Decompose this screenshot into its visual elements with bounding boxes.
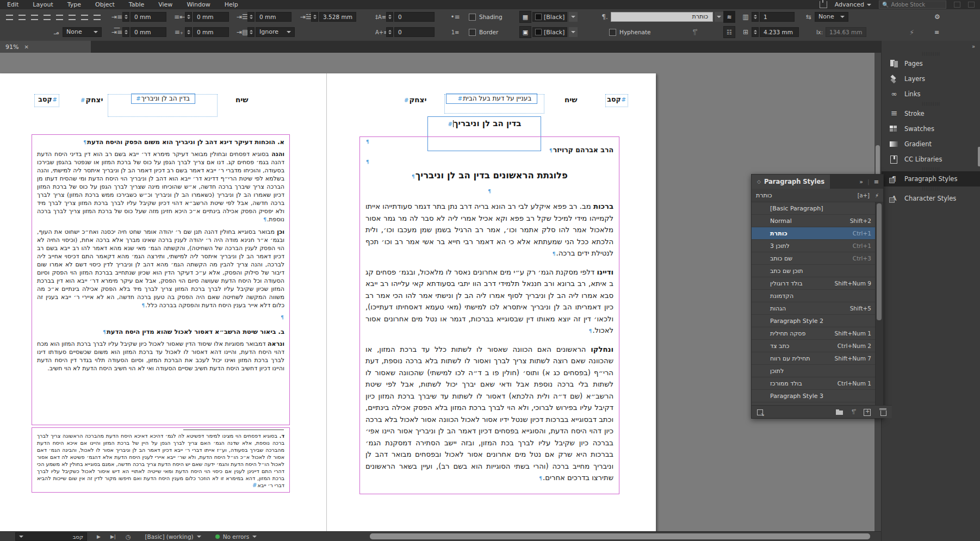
indent-left-stepper[interactable]	[122, 12, 129, 22]
menu-edit[interactable]: Edit	[0, 1, 26, 8]
preflight-status[interactable]: No errors	[215, 533, 257, 540]
first-line-indent-stepper[interactable]	[122, 27, 129, 37]
create-new-style-icon[interactable]	[863, 408, 871, 416]
first-line-indent-field[interactable]: 0 mm	[131, 27, 166, 37]
bullet-list-button[interactable]: •≡	[450, 10, 460, 24]
dock-item-gradient[interactable]: Gradient	[882, 136, 980, 152]
collapse-panels-icon[interactable]: »	[972, 43, 975, 49]
adobe-stock-search[interactable]: 🔍 Adobe Stock	[879, 1, 946, 9]
last-page-arrow-icon[interactable]: ▶|	[110, 534, 116, 539]
style-row[interactable]: Paragraph Style 2	[752, 315, 876, 327]
panel-menu-icon[interactable]: ≡	[934, 29, 939, 36]
indent-right-field[interactable]: 0 mm	[193, 12, 229, 22]
header-box-frame-right[interactable]: בעניין על דעת בעל הבית#	[444, 94, 544, 114]
dock-item-character-styles[interactable]: ACharacter Styles	[882, 191, 980, 206]
space-before-stepper[interactable]	[247, 12, 255, 22]
dock-item-cc-libraries[interactable]: CC Libraries	[882, 152, 980, 167]
space-between-stepper[interactable]	[311, 12, 318, 22]
collapse-panel-icon[interactable]: »	[859, 178, 863, 185]
dropcap-chars-stepper[interactable]	[386, 27, 393, 37]
kashida-dropdown[interactable]: None	[63, 27, 102, 37]
quick-apply-bolt-icon[interactable]: ⚡	[875, 192, 879, 198]
align-center-button[interactable]	[17, 12, 27, 22]
document-tab[interactable]: 91% ✕	[0, 41, 91, 53]
style-row[interactable]: לתוכן	[752, 365, 876, 377]
dock-item-paragraph-styles[interactable]: ¶Paragraph Styles	[882, 171, 980, 186]
gear-icon[interactable]: ⚙	[934, 13, 940, 21]
shading-color-dropdown[interactable]: [Black]	[532, 12, 567, 22]
menu-layout[interactable]: Layout	[26, 1, 60, 8]
dock-scrollbar-thumb[interactable]	[978, 147, 980, 166]
horizontal-scrollbar-thumb[interactable]	[370, 533, 870, 539]
new-style-group-icon[interactable]	[835, 408, 844, 416]
drag-handle[interactable]: ||||||||||	[882, 167, 980, 171]
gutter-stepper[interactable]	[752, 27, 759, 37]
panel-collapse-icon[interactable]: ◇	[757, 179, 761, 184]
next-page-arrow-icon[interactable]: ▶	[97, 534, 101, 539]
justify-last-center-button[interactable]	[54, 12, 65, 22]
shading-swatch-grid-icon[interactable]: ▦	[519, 11, 531, 23]
border-checkbox[interactable]	[469, 29, 476, 36]
gutter-field[interactable]: 4.233 mm	[760, 27, 799, 37]
columns-stepper[interactable]	[752, 12, 759, 22]
document-canvas[interactable]: #קסב יצחק# בדין הב לן וניבריך# שיח יצחק#…	[0, 53, 881, 531]
indent-right-stepper[interactable]	[185, 12, 192, 22]
style-row[interactable]: בולד ממורכזCtrl+Num 1	[752, 377, 876, 390]
panel-tab-paragraph-styles[interactable]: ◇ Paragraph Styles	[752, 175, 830, 189]
style-row[interactable]: [Basic Paragraph]	[752, 202, 876, 215]
border-color-dropdown[interactable]: [Black]	[532, 27, 567, 37]
folio-frame-right[interactable]: #קסב	[605, 94, 628, 107]
share-icon[interactable]	[820, 1, 827, 8]
dropcap-chars-field[interactable]: 0	[394, 27, 435, 37]
close-window-icon[interactable]	[968, 2, 975, 8]
runner-left-1[interactable]: יצחק#	[80, 95, 103, 104]
restore-window-icon[interactable]	[954, 2, 960, 8]
composer-grid-button[interactable]: ≋	[723, 10, 735, 24]
last-line-indent-field[interactable]: 0 mm	[193, 27, 229, 37]
border-color-chevron[interactable]	[569, 27, 578, 37]
space-before-field[interactable]: 0 mm	[256, 12, 291, 22]
runner-right-1[interactable]: יצחק#	[404, 95, 426, 104]
menu-type[interactable]: Type	[60, 1, 88, 8]
dock-item-pages[interactable]: Pages	[882, 56, 980, 71]
styles-list-scrollbar-thumb[interactable]	[877, 203, 882, 320]
style-row[interactable]: תחילית עם רווחShift+Num 7	[752, 352, 876, 365]
dock-item-stroke[interactable]: ≡Stroke	[882, 106, 980, 121]
columns-field[interactable]: 1	[760, 12, 795, 22]
shading-checkbox[interactable]	[469, 14, 476, 21]
header-box-frame-left[interactable]: בדין הב לן וניבריך#	[108, 94, 218, 117]
style-row[interactable]: Paragraph Style 3	[752, 390, 876, 402]
clear-overrides-icon[interactable]: ¶⃰	[852, 408, 855, 415]
style-row[interactable]: NormalShift+2	[752, 215, 876, 227]
indent-left-field[interactable]: 0 mm	[131, 12, 166, 22]
dropcap-lines-stepper[interactable]	[386, 12, 393, 22]
page-number-dropdown[interactable]: קסב	[15, 532, 87, 541]
workspace-switcher[interactable]: Advanced	[835, 1, 871, 8]
hyphenate-checkbox[interactable]	[609, 29, 616, 36]
align-away-spine-button[interactable]	[92, 12, 102, 22]
keep-options-stepper[interactable]	[247, 27, 255, 37]
runner-right-2[interactable]: שיח	[565, 95, 578, 104]
style-row[interactable]: שם כותבCtrl+3	[752, 252, 876, 265]
load-styles-icon[interactable]	[756, 408, 765, 416]
justify-last-right-button[interactable]	[42, 12, 52, 22]
lightning-bolt-icon[interactable]: ⚡	[909, 28, 914, 36]
body-text-frame-right[interactable]: ¶ הרב אברהם קרויזר¶ ¶ פלוגתת הראשונים בד…	[359, 136, 619, 494]
drag-handle[interactable]: ||||||||||	[882, 186, 980, 191]
style-row[interactable]: הגהותShift+5	[752, 302, 876, 315]
style-row[interactable]: כתב צדCtrl+Num 2	[752, 340, 876, 352]
border-swatch-grid-icon[interactable]: ▣	[519, 26, 531, 38]
drag-handle[interactable]: ||||||||||	[882, 102, 980, 106]
footnote-text-frame[interactable]: ד. בסוגיא דפסחים הוי מצינו למימר דפשיטא …	[32, 427, 290, 493]
shading-color-chevron[interactable]	[569, 12, 578, 22]
align-right-button[interactable]	[4, 12, 15, 22]
last-line-indent-stepper[interactable]	[185, 27, 192, 37]
preflight-clock-icon[interactable]: ◷	[126, 533, 131, 540]
space-between-field[interactable]: 3.528 mm	[319, 12, 356, 22]
dock-item-layers[interactable]: Layers	[882, 71, 980, 86]
align-left-button[interactable]	[29, 12, 40, 22]
numbered-list-button[interactable]: 1≡	[450, 25, 460, 39]
style-row[interactable]: פסקה תחיליתShift+Num 1	[752, 327, 876, 340]
style-row-selected[interactable]: כותרתCtrl+1	[752, 227, 876, 240]
style-row[interactable]: הקדמונת	[752, 290, 876, 302]
